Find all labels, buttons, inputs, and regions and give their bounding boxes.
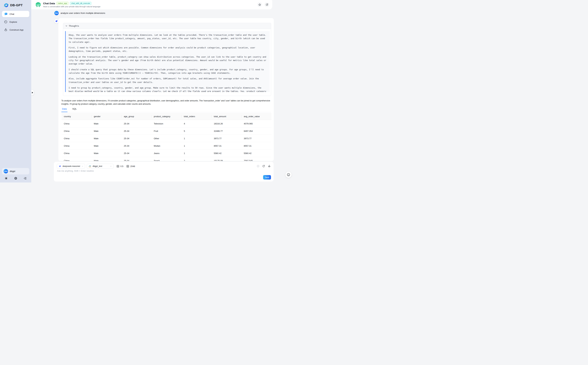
sidebar-item-label: Chat (10, 13, 14, 15)
table-cell: 8557.31 (242, 142, 271, 150)
feedback-smiley-button[interactable] (285, 172, 291, 178)
table-cell: 5 (181, 127, 211, 135)
logo-text: DB-GPT (10, 3, 23, 7)
sidebar-nav: Chat Explore (0, 11, 31, 33)
chevron-down-icon (65, 25, 67, 27)
table-row: China Male 25-34 Fruit 5 32486.77 6497.3… (62, 127, 271, 135)
table-cell: 15175.09 (211, 157, 241, 161)
badge-native-app: native_app (56, 2, 68, 5)
column-header: product_category (152, 113, 181, 120)
user-profile[interactable]: dbgpt dbgpt (2, 168, 29, 175)
table-cell: 1 (181, 135, 211, 142)
deepseek-whale-icon (55, 20, 58, 22)
app-header: Chat Data native_app chat_with_db_execut… (31, 0, 272, 9)
table-cell: 25-34 (122, 135, 152, 142)
table-cell: Male (91, 135, 121, 142)
table-cell: 7587.545 (242, 157, 271, 161)
table-cell: 5560.42 (211, 150, 241, 157)
table-cell: 25-34 (122, 127, 152, 135)
app-logo[interactable]: DB-GPT (0, 0, 31, 11)
table-cell: Television (152, 120, 181, 127)
column-header: avg_order_value (242, 113, 271, 120)
column-header: age_group (122, 113, 152, 120)
thought-paragraph: I should create a SQL query that groups … (69, 68, 267, 75)
result-tabs: Data SQL (61, 107, 271, 112)
table-cell: Male (91, 127, 121, 135)
table-cell: 25-34 (122, 120, 152, 127)
sidebar-item-explore[interactable]: Explore (2, 19, 29, 25)
app-root: DB-GPT Chat (0, 0, 294, 182)
table-row: China Male 25-34 Other 1 3973.77 3973.77 (62, 135, 271, 142)
table-cell: 32486.77 (211, 127, 241, 135)
app-subtitle: Have a conversation with your private da… (43, 6, 100, 7)
send-button[interactable]: Sent (263, 175, 271, 180)
sliders-icon (126, 165, 129, 168)
collapse-sidebar-icon[interactable] (24, 177, 27, 180)
table-cell: China (62, 135, 91, 142)
thoughts-panel-header[interactable]: Thoughts (63, 23, 271, 29)
chevron-down-icon (110, 165, 112, 167)
favorite-star-button[interactable] (257, 2, 262, 7)
model-select[interactable]: deepseek-reasoner (57, 164, 85, 169)
table-cell: Fruit (152, 127, 181, 135)
pause-icon[interactable] (257, 165, 259, 168)
db-gpt-planet-logo-icon (4, 3, 9, 8)
table-cell: China (62, 120, 91, 127)
table-cell: Male (91, 157, 121, 161)
column-header: gender (91, 113, 121, 120)
table-cell: Male (91, 150, 121, 157)
assistant-avatar (54, 19, 59, 23)
sidebar-item-label: Explore (10, 21, 17, 23)
table-cell: 25-34 (122, 142, 152, 150)
planet-explore-icon (4, 20, 7, 24)
table-cell: 1 (181, 150, 211, 157)
thought-paragraph: Also, include aggregate functions like C… (69, 77, 267, 84)
table-cell: Male (91, 120, 121, 127)
table-cell: 1 (181, 142, 211, 150)
table-cell: Snack (152, 157, 181, 161)
user-message-text: analyze user orders from multiple dimens… (61, 12, 105, 14)
database-select[interactable]: MySQL dbgpt_test (87, 164, 113, 169)
sidebar-item-chat[interactable]: Chat (2, 11, 29, 17)
table-cell: Jeans (152, 150, 181, 157)
table-cell: 3973.77 (211, 135, 241, 142)
assistant-message-card: Thoughts Okay, the user wants to analyze… (58, 18, 274, 161)
composer: deepseek-reasoner MySQL dbgpt_test (54, 162, 274, 182)
share-export-button[interactable] (264, 2, 269, 7)
thought-paragraph: First, I need to figure out which dimens… (69, 46, 267, 53)
thought-paragraph: I need to group by product_category, cou… (69, 86, 267, 92)
sidebar-expand-handle[interactable] (31, 90, 34, 95)
max-tokens-value: 2048 (130, 165, 135, 168)
table-cell: Other (152, 135, 181, 142)
temperature-control[interactable]: 0.5 (117, 165, 123, 168)
language-globe-icon[interactable] (14, 177, 17, 180)
max-tokens-control[interactable]: 2048 (126, 165, 135, 168)
thought-quote: Okay, the user wants to analyze user ord… (65, 31, 270, 92)
table-cell: 25-34 (122, 157, 152, 161)
refresh-icon[interactable] (262, 165, 265, 168)
tab-sql[interactable]: SQL (72, 107, 77, 112)
tab-data[interactable]: Data (61, 107, 68, 112)
table-row: China Male 25-34 Snack 2 15175.09 7587.5… (62, 157, 271, 161)
table-cell: China (62, 142, 91, 150)
table-row: China Male 25-34 Television 4 16316.26 4… (62, 120, 271, 127)
robot-icon (4, 28, 7, 32)
table-cell: 6497.354 (242, 127, 271, 135)
column-header: country (62, 113, 91, 120)
sidebar-footer (0, 176, 31, 182)
user-message-avatar: dbgpt (54, 11, 59, 15)
chat-bubble-icon (4, 12, 7, 16)
thoughts-title: Thoughts (69, 25, 79, 27)
table-cell: 8557.31 (211, 142, 241, 150)
table-cell: Multan (152, 142, 181, 150)
database-select-value: dbgpt_test (93, 165, 102, 167)
clear-brush-icon[interactable] (268, 165, 271, 168)
user-name: dbgpt (10, 170, 15, 172)
chat-input[interactable] (57, 169, 248, 178)
sidebar-item-construct-app[interactable]: Construct App (2, 27, 29, 33)
table-row: China Male 25-34 Multan 1 8557.31 8557.3… (62, 142, 271, 150)
table-cell: China (62, 157, 91, 161)
theme-sun-icon[interactable] (5, 177, 8, 180)
table-cell: 5560.42 (242, 150, 271, 157)
table-header-row: country gender age_group product_categor… (62, 113, 271, 120)
